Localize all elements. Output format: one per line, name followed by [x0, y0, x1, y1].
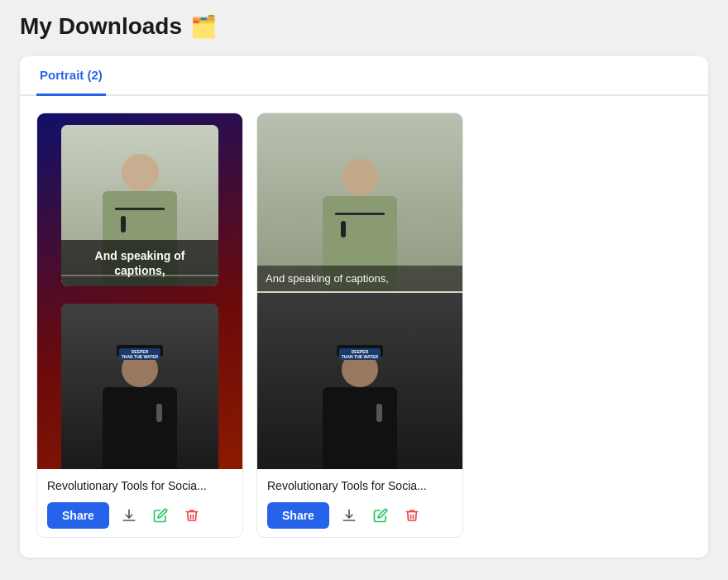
share-button-1[interactable]: Share: [47, 502, 109, 529]
speaker-head-2: [342, 159, 379, 196]
delete-button-1[interactable]: [180, 504, 204, 527]
card-2: And speaking of captions, DEEPERTHAN THE…: [256, 113, 463, 538]
edit-icon-2: [373, 508, 388, 523]
caption-1: And speaking of captions,: [61, 240, 218, 286]
download-icon-2: [342, 508, 357, 523]
speaker-body-bot-2: [323, 387, 397, 469]
hat-1: DEEPERTHAN THE WATER: [117, 345, 163, 357]
divider-1: [61, 275, 218, 276]
share-button-2[interactable]: Share: [267, 502, 329, 529]
card-1-actions: Share: [47, 502, 232, 529]
delete-icon-2: [405, 508, 419, 523]
cards-row: And speaking of captions, DEEPERTHAN THE…: [20, 113, 708, 538]
card-1-info: Revolutionary Tools for Socia... Share: [37, 469, 242, 537]
delete-icon-1: [184, 508, 199, 523]
card-1-thumbnail: And speaking of captions, DEEPERTHAN THE…: [37, 113, 242, 469]
tab-portrait[interactable]: Portrait (2): [36, 56, 106, 96]
speaker-body-bot-1: [103, 387, 177, 469]
card-2-title: Revolutionary Tools for Socia...: [267, 479, 453, 492]
card-1: And speaking of captions, DEEPERTHAN THE…: [36, 113, 243, 538]
folder-icon: 🗂️: [190, 14, 217, 40]
page-container: My Downloads 🗂️ Portrait (2): [0, 0, 728, 571]
delete-button-2[interactable]: [400, 504, 424, 527]
hat-2: DEEPERTHAN THE WATER: [337, 345, 383, 357]
page-title: My Downloads: [20, 13, 182, 40]
caption-2: And speaking of captions,: [257, 266, 462, 291]
card-2-actions: Share: [267, 502, 453, 529]
tab-container: Portrait (2): [20, 56, 708, 558]
edit-button-2[interactable]: [369, 504, 392, 527]
card-2-thumbnail: And speaking of captions, DEEPERTHAN THE…: [257, 113, 462, 469]
speaker-head-1: [122, 154, 159, 191]
download-button-1[interactable]: [117, 504, 141, 527]
card-1-title: Revolutionary Tools for Socia...: [47, 479, 232, 492]
card-2-info: Revolutionary Tools for Socia... Share: [257, 469, 462, 537]
edit-icon-1: [153, 508, 168, 523]
page-header: My Downloads 🗂️: [20, 13, 708, 40]
download-icon-1: [122, 508, 136, 523]
tabs-bar: Portrait (2): [20, 56, 708, 96]
edit-button-1[interactable]: [149, 504, 172, 527]
download-button-2[interactable]: [338, 504, 361, 527]
